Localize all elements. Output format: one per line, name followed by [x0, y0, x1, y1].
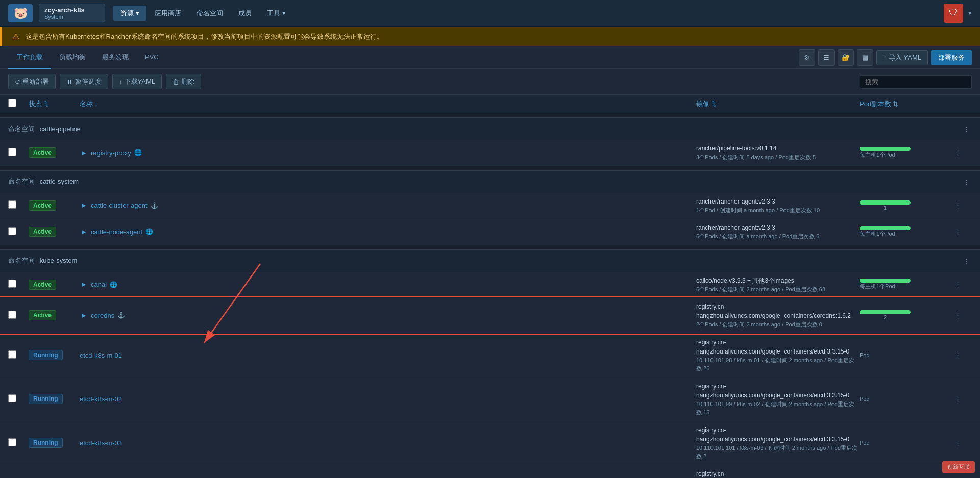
workload-link[interactable]: canal 🌐	[91, 281, 117, 288]
name-cell: etcd-k8s-m-01	[80, 351, 696, 359]
select-all-checkbox[interactable]	[8, 99, 16, 107]
pause-icon: ⏸	[66, 78, 73, 86]
row-actions-button[interactable]: ⋮	[951, 393, 964, 405]
grid-view-button[interactable]: ▦	[857, 49, 873, 66]
row-checkbox[interactable]	[8, 227, 16, 235]
security-button[interactable]: 🔐	[838, 49, 854, 66]
name-cell: ▶ registry-proxy 🌐	[80, 148, 696, 157]
cluster-selector[interactable]: zcy-arch-k8s System	[39, 4, 105, 22]
workload-link[interactable]: registry-proxy 🌐	[91, 149, 142, 157]
search-input[interactable]	[860, 75, 972, 89]
chevron-down-icon-tools: ▾	[282, 9, 286, 17]
nav-item-resources[interactable]: 资源 ▾	[113, 6, 146, 21]
sort-icon-pods: ⇅	[893, 100, 898, 108]
sort-icon-name: ↓	[94, 100, 98, 108]
header-status[interactable]: 状态 ⇅	[29, 99, 80, 109]
row-checkbox[interactable]	[8, 280, 16, 288]
workload-link[interactable]: etcd-k8s-m-02	[80, 395, 122, 403]
tab-workloads[interactable]: 工作负载	[8, 46, 51, 69]
list-icon: ☰	[823, 54, 829, 61]
bell-icon: 🛡	[949, 8, 958, 18]
warning-icon: ⚠	[12, 32, 19, 41]
ns-cattle-pipeline-actions[interactable]: ⋮	[961, 123, 972, 135]
workload-link[interactable]: cattle-node-agent 🌐	[91, 228, 153, 236]
row-checkbox[interactable]	[8, 148, 16, 156]
deploy-service-button[interactable]: 部署服务	[931, 50, 972, 65]
nav-item-appstore[interactable]: 应用商店	[148, 6, 188, 21]
image-info: registry.cn-hangzhou.aliyuncs.com/google…	[696, 425, 860, 461]
status-badge: Running	[29, 438, 63, 448]
redeploy-icon: ↺	[15, 78, 20, 86]
table-row: Active ▶ cattle-cluster-agent ⚓ rancher/…	[0, 193, 980, 219]
cluster-name: zcy-arch-k8s	[44, 6, 100, 14]
pod-count: Pod	[860, 352, 951, 358]
row-actions-button[interactable]: ⋮	[951, 349, 964, 361]
settings-button[interactable]: ⚙	[799, 49, 815, 66]
image-info: rancher/rancher-agent:v2.3.3 1个Pod / 创建时…	[696, 197, 860, 215]
workload-link[interactable]: cattle-cluster-agent ⚓	[91, 202, 158, 209]
table-row: Active ▶ cattle-node-agent 🌐 rancher/ran…	[0, 219, 980, 245]
ns-kube-system-actions[interactable]: ⋮	[961, 255, 972, 267]
pause-button[interactable]: ⏸ 暂停调度	[60, 74, 108, 89]
row-actions-button[interactable]: ⋮	[951, 279, 964, 291]
download-yaml-button[interactable]: ↓ 下载YAML	[112, 74, 162, 89]
logo-pig-icon: 🐷	[14, 7, 28, 20]
sub-nav-actions: ⚙ ☰ 🔐 ▦ ↑ 导入 YAML 部署服务	[799, 49, 972, 66]
expand-button[interactable]: ▶	[80, 228, 88, 236]
row-actions-button[interactable]: ⋮	[951, 146, 964, 159]
tab-pvc[interactable]: PVC	[137, 47, 167, 68]
import-yaml-button[interactable]: ↑ 导入 YAML	[876, 50, 928, 65]
status-badge: Active	[29, 200, 56, 211]
expand-button[interactable]: ▶	[80, 311, 88, 319]
row-checkbox[interactable]	[8, 200, 16, 209]
list-view-button[interactable]: ☰	[818, 49, 835, 66]
table-row: Running etcd-k8s-m-02 registry.cn-hangzh…	[0, 378, 980, 421]
row-checkbox[interactable]	[8, 311, 16, 319]
header-name[interactable]: 名称 ↓	[80, 99, 696, 109]
name-cell: ▶ cattle-node-agent 🌐	[80, 228, 696, 236]
cluster-sub: System	[44, 14, 100, 20]
status-badge: Active	[29, 227, 56, 237]
import-icon: ↑	[883, 54, 887, 61]
watermark: 创新互联	[942, 461, 975, 473]
table-row: Running etcd-k8s-m-01 registry.cn-hangzh…	[0, 334, 980, 378]
row-actions-button[interactable]: ⋮	[951, 225, 964, 238]
tab-service-discovery[interactable]: 服务发现	[94, 46, 137, 69]
table-row: Active ▶ registry-proxy 🌐 rancher/pipeli…	[0, 140, 980, 166]
chevron-down-icon: ▾	[136, 9, 139, 17]
status-badge: Running	[29, 350, 63, 360]
notifications-button[interactable]: 🛡	[944, 4, 963, 23]
row-actions-button[interactable]: ⋮	[951, 309, 964, 321]
nav-item-tools[interactable]: 工具 ▾	[260, 6, 293, 21]
redeploy-button[interactable]: ↺ 重新部署	[8, 74, 56, 89]
status-badge: Active	[29, 310, 56, 320]
expand-button[interactable]: ▶	[80, 148, 88, 157]
row-checkbox[interactable]	[8, 394, 16, 402]
image-info: registry.cn-hangzhou.aliyuncs.com/google…	[696, 302, 860, 329]
expand-button[interactable]: ▶	[80, 202, 88, 210]
workload-link-coredns[interactable]: coredns ⚓	[91, 312, 125, 319]
pod-count: 每主机1个Pod	[860, 226, 951, 238]
warning-text: 这是包含所有Kubernetes和Rancher系统命名空间的系统项目，修改当前…	[26, 32, 383, 41]
logo[interactable]: 🐷	[8, 4, 33, 22]
row-actions-button[interactable]: ⋮	[951, 199, 964, 212]
delete-button[interactable]: 🗑 删除	[166, 74, 201, 89]
sort-icon: ⇅	[43, 100, 49, 108]
pod-count: Pod	[860, 396, 951, 402]
ns-cattle-system-actions[interactable]: ⋮	[961, 176, 972, 188]
row-actions-button[interactable]: ⋮	[951, 437, 964, 449]
table-row: Active ▶ canal 🌐 calico/node:v3.9.3 + 其他…	[0, 272, 980, 298]
expand-button[interactable]: ▶	[80, 281, 88, 289]
row-checkbox[interactable]	[8, 438, 16, 446]
header-pods[interactable]: Pod副本数 ⇅	[860, 99, 951, 109]
name-cell: ▶ coredns ⚓	[80, 311, 696, 319]
globe-icon: 🌐	[134, 149, 142, 156]
table-row-coredns: Active ▶ coredns ⚓ registry.cn-hangzhou.…	[0, 298, 980, 334]
header-image[interactable]: 镜像 ⇅	[696, 99, 860, 109]
workload-link[interactable]: etcd-k8s-m-01	[80, 351, 122, 359]
tab-load-balancing[interactable]: 负载均衡	[51, 46, 94, 69]
nav-item-namespace[interactable]: 命名空间	[189, 6, 230, 21]
workload-link[interactable]: etcd-k8s-m-03	[80, 439, 122, 447]
row-checkbox[interactable]	[8, 350, 16, 359]
nav-item-members[interactable]: 成员	[231, 6, 259, 21]
